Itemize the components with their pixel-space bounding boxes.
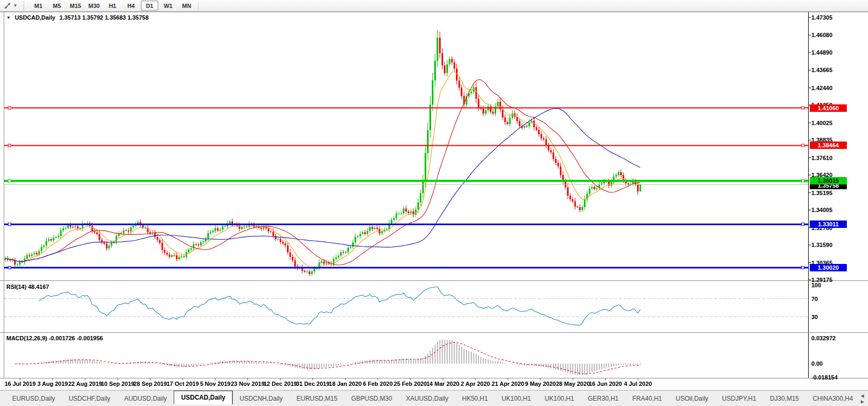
chart-symbol-label: USDCAD,Daily (15, 14, 55, 21)
date-tick-label: 10 Sep 2019 (101, 380, 135, 387)
chart-canvas[interactable] (0, 0, 868, 406)
timeframe-button-h1[interactable]: H1 (104, 1, 121, 11)
rsi-tick-label: 100 (811, 281, 864, 289)
chart-dropdown-icon[interactable]: ▼ (6, 15, 11, 20)
timeframe-button-m1[interactable]: M1 (30, 1, 47, 11)
chart-tab-hk50-h1[interactable]: HK50,H1 (455, 393, 495, 404)
date-tick-label: 5 Nov 2019 (200, 380, 230, 387)
rsi-tick-label: 30 (811, 313, 864, 321)
chart-tab-fra40-h1[interactable]: FRA40,H1 (625, 393, 669, 404)
chart-tab-usoil-daily[interactable]: USOil,Daily (669, 393, 715, 404)
chart-tab-gbpusd-m30[interactable]: GBPUSD,M30 (344, 393, 399, 404)
date-tick-label: 2 Apr 2020 (461, 380, 490, 387)
date-tick-label: 23 Nov 2019 (231, 380, 265, 387)
date-tick-label: 4 Jul 2020 (624, 380, 652, 387)
date-tick-label: 18 Jan 2020 (329, 380, 362, 387)
level-price-chip: 1.36015 (810, 177, 847, 184)
date-tick-label: 22 Aug 2019 (68, 380, 102, 387)
chart-tab-uk100-h1[interactable]: UK100,H1 (495, 393, 538, 404)
toolbar-separator (198, 2, 199, 10)
date-tick-label: 16 Jul 2019 (5, 380, 36, 387)
date-tick-label: 21 Apr 2020 (491, 380, 524, 387)
chart-tab-uk100-h1[interactable]: UK100,H1 (538, 393, 581, 404)
level-price-chip: 1.30020 (810, 264, 847, 271)
tab-scroll-arrows-icon[interactable]: ◄ ► (860, 393, 868, 404)
timeframe-button-h4[interactable]: H4 (122, 1, 140, 11)
toolbar: ▼ M1M5M15M30H1H4D1W1MN (0, 0, 868, 12)
price-tick-label: 1.40025 (811, 119, 864, 127)
timeframe-button-w1[interactable]: W1 (159, 1, 177, 11)
date-tick-label: 14 Mar 2020 (426, 380, 459, 387)
date-tick-label: 28 Sep 2019 (133, 380, 167, 387)
rsi-tick-label: 70 (811, 295, 864, 303)
price-tick-label: 1.42440 (811, 84, 864, 92)
drawing-tool-group: ▼ (0, 0, 21, 11)
price-tick-label: 1.35195 (811, 189, 864, 197)
timeframe-button-m30[interactable]: M30 (85, 1, 103, 11)
chart-tab-xauusd-daily[interactable]: XAUUSD,Daily (399, 393, 455, 404)
chart-quote-values: 1.35713 1.35792 1.35683 1.35758 (59, 14, 148, 21)
price-tick-label: 1.43665 (811, 66, 864, 74)
date-tick-label: 12 Dec 2019 (264, 380, 297, 387)
chart-title-bar: ▼ USDCAD,Daily 1.35713 1.35792 1.35683 1… (6, 14, 149, 21)
toolbar-grip[interactable] (23, 2, 26, 10)
timeframe-button-mn[interactable]: MN (178, 1, 195, 11)
chart-tab-eurusd-daily[interactable]: EURUSD,Daily (5, 393, 62, 404)
timeframe-button-d1[interactable]: D1 (141, 1, 158, 11)
date-tick-label: 25 Feb 2020 (394, 380, 427, 387)
macd-label: MACD(12,26,9) -0.001726 -0.001956 (6, 335, 103, 341)
date-tick-label: 17 Oct 2019 (166, 380, 199, 387)
price-tick-label: 1.46080 (811, 31, 864, 39)
chart-tab-bar: EURUSD,DailyUSDCHF,DailyAUDUSD,DailyUSDC… (0, 390, 868, 406)
date-tick-label: 9 May 2020 (525, 380, 556, 387)
price-tick-label: 1.34005 (811, 206, 864, 214)
trendline-dropdown-caret-icon[interactable]: ▼ (13, 3, 17, 8)
level-price-chip: 1.41060 (810, 104, 847, 112)
price-tick-label: 1.47305 (811, 14, 864, 21)
timeframe-button-m15[interactable]: M15 (67, 1, 84, 11)
price-tick-label: 1.31590 (811, 241, 864, 249)
level-price-chip: 1.33011 (810, 220, 847, 228)
macd-tick-label: -0.018154 (811, 374, 864, 381)
macd-tick-label: 0.00 (811, 360, 864, 367)
chart-tab-usdchf-daily[interactable]: USDCHF,Daily (62, 393, 118, 404)
chart-tab-usdcad-daily[interactable]: USDCAD,Daily (174, 391, 232, 404)
rsi-label: RSI(14) 48.4167 (6, 284, 49, 290)
chart-tab-dj30-m15[interactable]: DJ30,M15 (763, 393, 806, 404)
macd-tick-label: 0.032972 (811, 334, 864, 342)
chart-tab-ger30-h1[interactable]: GER30,H1 (581, 393, 625, 404)
chart-tab-usdjpy-h1[interactable]: USDJPY,H1 (715, 393, 763, 404)
timeframe-button-m5[interactable]: M5 (48, 1, 66, 11)
chart-tab-china300-h4[interactable]: CHINA300,H4 (806, 393, 860, 404)
level-price-chip: 1.38464 (810, 142, 847, 149)
date-tick-label: 16 Jun 2020 (589, 380, 622, 387)
chart-tab-usdcnh-daily[interactable]: USDCNH,Daily (232, 393, 289, 404)
date-tick-label: 3 Aug 2019 (38, 380, 68, 387)
date-tick-label: 6 Feb 2020 (363, 380, 392, 387)
trendline-tool-icon[interactable] (3, 2, 12, 10)
price-tick-label: 1.44890 (811, 49, 864, 56)
date-tick-label: 28 May 2020 (556, 380, 590, 387)
chart-tab-audusd-daily[interactable]: AUDUSD,Daily (117, 393, 174, 404)
timeframe-button-group: M1M5M15M30H1H4D1W1MN (29, 1, 196, 11)
chart-tab-eurusd-m15[interactable]: EURUSD,M15 (290, 393, 344, 404)
date-tick-label: 31 Dec 2019 (296, 380, 329, 387)
price-tick-label: 1.37610 (811, 154, 864, 162)
